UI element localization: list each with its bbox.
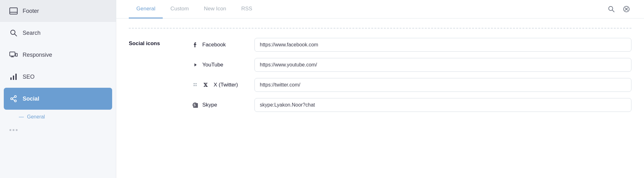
social-field-facebook: Facebook (192, 38, 631, 52)
sidebar-item-responsive[interactable]: Responsive (0, 44, 116, 66)
social-fields-list: Facebook YouTube (192, 38, 631, 112)
sidebar-item-responsive-label: Responsive (23, 52, 52, 58)
sidebar-item-footer[interactable]: Footer (0, 0, 116, 22)
svg-text:𝕏: 𝕏 (204, 82, 208, 88)
sidebar-sub-item-general-label: General (27, 114, 45, 120)
main-content: General Custom New Icon RSS (116, 0, 644, 178)
youtube-input[interactable] (254, 58, 631, 72)
youtube-label-group: YouTube (192, 61, 248, 68)
social-icons-section: Social icons Facebook (129, 38, 631, 112)
tab-actions (606, 4, 631, 14)
sidebar-dots (0, 124, 116, 136)
facebook-icon (192, 41, 199, 48)
dashed-separator (129, 28, 631, 29)
sub-item-dash: — (19, 114, 24, 120)
svg-line-15 (13, 99, 15, 100)
tab-bar: General Custom New Icon RSS (116, 0, 644, 18)
svg-point-24 (194, 85, 195, 86)
sidebar-item-social[interactable]: Social (4, 88, 112, 110)
sidebar-sub-item-general[interactable]: — General (0, 110, 116, 124)
svg-point-12 (11, 98, 13, 100)
drag-handle-icon (192, 81, 199, 88)
close-tab-button[interactable] (621, 4, 631, 14)
youtube-field-label: YouTube (202, 62, 223, 68)
sidebar-item-search[interactable]: Search (0, 22, 116, 44)
youtube-icon (192, 61, 199, 68)
svg-line-3 (15, 34, 17, 36)
tab-custom[interactable]: Custom (163, 0, 196, 18)
sidebar-item-seo-label: SEO (23, 74, 35, 80)
skype-label-group: S Skype (192, 102, 248, 108)
svg-point-25 (195, 85, 197, 86)
svg-point-23 (195, 83, 197, 84)
search-icon (9, 29, 18, 37)
social-field-skype: S Skype (192, 98, 631, 112)
svg-point-13 (14, 100, 16, 102)
social-icon (9, 95, 18, 103)
sidebar-item-search-label: Search (23, 30, 41, 36)
social-field-x-twitter: 𝕏 X (Twitter) (192, 78, 631, 92)
sidebar-item-seo[interactable]: SEO (0, 66, 116, 88)
content-area: Social icons Facebook (116, 18, 644, 178)
svg-line-17 (612, 10, 614, 12)
sidebar: Footer Search Responsive (0, 0, 116, 178)
responsive-icon (9, 51, 18, 59)
social-field-youtube: YouTube (192, 58, 631, 72)
tab-new-icon[interactable]: New Icon (196, 0, 234, 18)
facebook-input[interactable] (254, 38, 631, 52)
svg-line-14 (13, 97, 15, 98)
x-twitter-icon: 𝕏 (203, 81, 210, 88)
facebook-field-label: Facebook (202, 42, 226, 48)
sidebar-item-social-label: Social (23, 96, 39, 102)
skype-input[interactable] (254, 98, 631, 112)
svg-rect-4 (10, 52, 15, 56)
x-twitter-input[interactable] (254, 78, 631, 92)
social-icons-label: Social icons (129, 38, 179, 47)
footer-icon (9, 7, 18, 15)
svg-marker-21 (194, 63, 197, 66)
skype-icon: S (192, 102, 199, 108)
skype-field-label: Skype (202, 102, 217, 108)
svg-text:S: S (194, 103, 196, 107)
svg-rect-8 (10, 77, 12, 80)
svg-rect-5 (16, 53, 18, 56)
svg-rect-10 (15, 74, 17, 80)
search-tab-button[interactable] (606, 4, 616, 14)
tab-general[interactable]: General (129, 0, 163, 18)
svg-point-11 (14, 96, 16, 97)
facebook-label-group: Facebook (192, 41, 248, 48)
x-twitter-label-group: 𝕏 X (Twitter) (192, 81, 248, 88)
svg-point-22 (194, 83, 195, 84)
svg-rect-0 (10, 8, 17, 14)
seo-icon (9, 73, 18, 81)
x-twitter-field-label: X (Twitter) (214, 82, 238, 88)
sidebar-item-footer-label: Footer (23, 8, 39, 14)
tab-rss[interactable]: RSS (234, 0, 260, 18)
svg-rect-9 (13, 76, 14, 80)
